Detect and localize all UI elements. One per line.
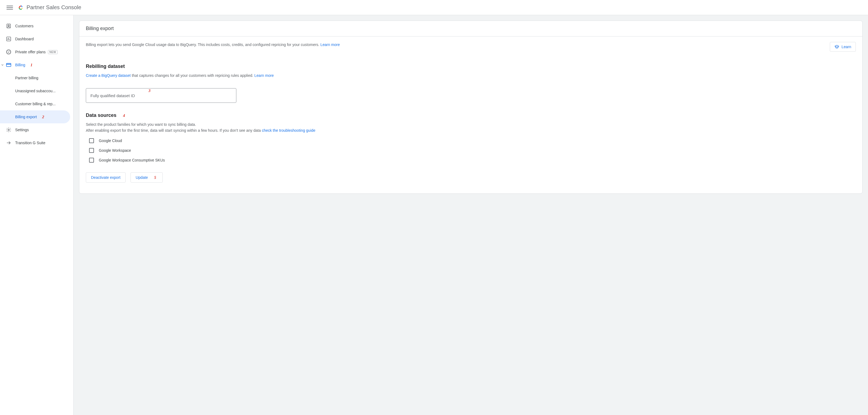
graduation-cap-icon (834, 44, 839, 49)
sidebar-item-label: Billing (15, 63, 25, 67)
sidebar-item-label: Customers (15, 24, 34, 28)
learn-button[interactable]: Learn (830, 42, 856, 52)
sidebar-item-label: Dashboard (15, 37, 34, 41)
sidebar-item-customer-billing[interactable]: Customer billing & rep... (0, 97, 70, 110)
learn-button-label: Learn (841, 45, 851, 49)
sources-line-2-text: After enabling export for the first time… (86, 128, 262, 133)
checkbox[interactable] (89, 148, 94, 153)
data-source-row[interactable]: Google Cloud (86, 138, 856, 143)
data-source-label: Google Cloud (99, 139, 122, 143)
certified-icon (5, 49, 12, 55)
gear-icon (5, 127, 12, 133)
svg-rect-3 (6, 63, 11, 67)
data-sources-heading-text: Data sources (86, 112, 117, 118)
rebilling-heading: Rebilling dataset (86, 64, 856, 69)
customers-icon (5, 23, 12, 29)
sidebar-item-billing[interactable]: Billing 1 (0, 59, 70, 71)
billing-icon (5, 62, 12, 68)
sidebar-item-billing-export[interactable]: Billing export 2 (0, 110, 70, 124)
sidebar-item-transition[interactable]: Transition G Suite (0, 136, 70, 149)
troubleshooting-link[interactable]: check the troubleshooting guide (262, 128, 315, 133)
annotation-1: 1 (29, 63, 34, 67)
sidebar-item-label: Private offer plans (15, 50, 46, 54)
intro-paragraph: Billing export lets you send Google Clou… (86, 42, 340, 47)
update-button-label: Update (136, 175, 148, 180)
dataset-id-input[interactable] (86, 88, 236, 103)
rebilling-description: Create a BigQuery dataset that captures … (86, 72, 856, 78)
data-source-label: Google Workspace Consumptive SKUs (99, 158, 165, 162)
sidebar-item-label: Partner billing (15, 76, 38, 80)
data-source-label: Google Workspace (99, 148, 131, 152)
page-title: Billing export (79, 21, 862, 37)
intro-text: Billing export lets you send Google Clou… (86, 42, 320, 47)
deactivate-button[interactable]: Deactivate export (86, 172, 126, 183)
sidebar-item-label: Customer billing & rep... (15, 102, 56, 106)
sidebar-item-unassigned[interactable]: Unassigned subaccou... (0, 84, 70, 97)
menu-icon[interactable] (3, 1, 16, 14)
rebilling-mid-text: that captures changes for all your custo… (131, 73, 254, 78)
annotation-3: 3 (147, 88, 152, 93)
annotation-4: 4 (122, 113, 126, 118)
sidebar-item-label: Transition G Suite (15, 141, 45, 145)
brand-title: Partner Sales Console (27, 4, 81, 10)
content: Billing export Billing export lets you s… (74, 15, 868, 415)
data-source-row[interactable]: Google Workspace (86, 148, 856, 153)
data-source-row[interactable]: Google Workspace Consumptive SKUs (86, 158, 856, 163)
card: Billing export Billing export lets you s… (79, 21, 863, 194)
data-sources-heading: Data sources 4 (86, 112, 856, 118)
checkbox[interactable] (89, 158, 94, 163)
topbar: Partner Sales Console (0, 0, 868, 15)
learn-more-link[interactable]: Learn more (254, 73, 274, 78)
sidebar-item-dashboard[interactable]: Dashboard (0, 32, 70, 45)
sidebar-item-label: Settings (15, 128, 29, 132)
sources-line-1: Select the product families for which yo… (86, 122, 856, 128)
new-badge: NEW (48, 50, 58, 54)
annotation-5: 5 (153, 175, 158, 180)
sidebar-item-customers[interactable]: Customers (0, 20, 70, 32)
google-cloud-logo-icon (17, 4, 24, 11)
chevron-down-icon (1, 64, 4, 66)
brand: Partner Sales Console (17, 4, 81, 11)
svg-point-4 (8, 129, 9, 131)
sidebar-item-private-offer[interactable]: Private offer plans NEW (0, 45, 70, 59)
sidebar: Customers Dashboard Private offer plans … (0, 15, 74, 415)
sidebar-item-label: Unassigned subaccou... (15, 89, 56, 93)
sidebar-item-partner-billing[interactable]: Partner billing (0, 71, 70, 84)
sources-line-2: After enabling export for the first time… (86, 128, 856, 133)
sidebar-item-settings[interactable]: Settings (0, 124, 70, 136)
annotation-2: 2 (41, 114, 45, 119)
learn-more-link[interactable]: Learn more (320, 42, 340, 47)
arrow-right-icon (5, 140, 12, 146)
svg-point-1 (8, 25, 9, 26)
create-dataset-link[interactable]: Create a BigQuery dataset (86, 73, 131, 78)
dashboard-icon (5, 36, 12, 42)
update-button[interactable]: Update 5 (130, 172, 163, 183)
sidebar-item-label: Billing export (15, 115, 37, 119)
checkbox[interactable] (89, 138, 94, 143)
